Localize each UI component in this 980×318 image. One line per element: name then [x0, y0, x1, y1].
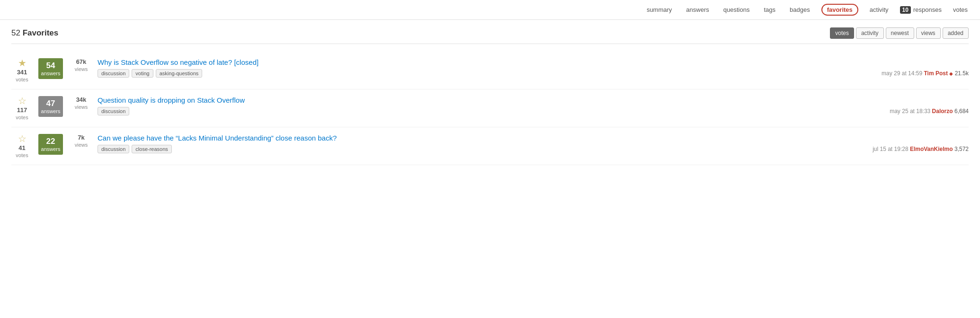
- sort-added[interactable]: added: [943, 27, 969, 39]
- views-label-2: views: [75, 104, 88, 110]
- star-icon[interactable]: ☆: [18, 134, 27, 143]
- star-icon[interactable]: ★: [18, 58, 27, 68]
- views-count-2: 34k: [76, 96, 87, 103]
- nav-votes[interactable]: votes: [950, 4, 971, 15]
- responses-count: 10: [900, 6, 911, 14]
- sort-votes[interactable]: votes: [830, 27, 854, 39]
- responses-label: responses: [913, 6, 942, 13]
- nav-summary[interactable]: summary: [644, 4, 675, 15]
- meta-user-3[interactable]: ElmoVanKielmo: [910, 146, 953, 152]
- tags-meta-3: discussion close-reasons jul 15 at 19:28…: [98, 145, 969, 153]
- question-details-1: Why is Stack Overflow so negative of lat…: [98, 58, 969, 78]
- meta-date-1: may 29 at 14:59: [882, 70, 922, 77]
- sort-activity[interactable]: activity: [856, 27, 884, 39]
- meta-rep-3: 3,572: [954, 146, 969, 152]
- tag[interactable]: asking-questions: [156, 69, 203, 78]
- vote-label-1: votes: [16, 77, 28, 82]
- meta-user-1[interactable]: Tim Post: [924, 70, 947, 77]
- meta-rep-1: 21.5k: [955, 70, 969, 77]
- views-label-3: views: [75, 142, 88, 148]
- tags-3: discussion close-reasons: [98, 145, 172, 153]
- sort-tabs: votes activity newest views added: [830, 27, 969, 39]
- views-block-1: 67k views: [71, 58, 92, 72]
- sort-newest[interactable]: newest: [886, 27, 914, 39]
- tags-2: discussion: [98, 107, 129, 115]
- nav-questions[interactable]: questions: [721, 4, 753, 15]
- answers-count-1: 54: [40, 61, 61, 71]
- answers-count-2: 47: [40, 99, 61, 108]
- meta-date-2: may 25 at 18:33: [890, 108, 930, 115]
- tags-1: discussion voting asking-questions: [98, 69, 202, 78]
- table-row: ★ 341 votes 54 answers 67k views Why is …: [11, 52, 969, 89]
- nav-tags[interactable]: tags: [761, 4, 778, 15]
- answers-box-2: 47 answers: [38, 96, 63, 117]
- tag[interactable]: discussion: [98, 145, 129, 153]
- answers-label-1: answers: [40, 71, 61, 76]
- table-row: ☆ 117 votes 47 answers 34k views Questio…: [11, 89, 969, 127]
- answers-box-3: 22 answers: [38, 134, 63, 155]
- answers-count-3: 22: [40, 137, 61, 146]
- favorites-title: 52 Favorites: [11, 28, 58, 38]
- question-title-2[interactable]: Question quality is dropping on Stack Ov…: [98, 96, 969, 104]
- star-votes-3: ☆ 41 votes: [11, 134, 33, 158]
- nav-badges[interactable]: badges: [787, 4, 813, 15]
- meta-date-3: jul 15 at 19:28: [873, 146, 908, 152]
- vote-label-2: votes: [16, 115, 28, 120]
- star-icon[interactable]: ☆: [18, 96, 27, 106]
- question-title-3[interactable]: Can we please have the “Lacks Minimal Un…: [98, 134, 969, 142]
- vote-count-1: 341: [17, 69, 27, 76]
- nav-favorites[interactable]: favorites: [821, 4, 858, 16]
- nav-answers[interactable]: answers: [683, 4, 712, 15]
- views-label-1: views: [75, 66, 88, 72]
- question-details-2: Question quality is dropping on Stack Ov…: [98, 96, 969, 115]
- views-count-3: 7k: [78, 134, 84, 141]
- meta-info-1: may 29 at 14:59 Tim Post ◆ 21.5k: [882, 70, 969, 77]
- nav-activity[interactable]: activity: [867, 4, 891, 15]
- tag[interactable]: discussion: [98, 107, 129, 115]
- vote-count-2: 117: [17, 106, 27, 114]
- nav-responses[interactable]: 10 responses: [900, 6, 942, 14]
- answers-label-2: answers: [40, 108, 61, 114]
- views-count-1: 67k: [76, 58, 87, 65]
- favorites-header: 52 Favorites votes activity newest views…: [11, 27, 969, 44]
- vote-count-3: 41: [18, 144, 25, 151]
- views-block-2: 34k views: [71, 96, 92, 110]
- sort-views[interactable]: views: [916, 27, 941, 39]
- tags-meta-1: discussion voting asking-questions may 2…: [98, 69, 969, 78]
- top-nav: summary answers questions tags badges fa…: [0, 0, 980, 20]
- favorites-title-label: Favorites: [23, 28, 59, 37]
- answers-box-1: 54 answers: [38, 58, 63, 79]
- vote-label-3: votes: [16, 152, 28, 158]
- diamond-icon-1: ◆: [949, 71, 953, 76]
- answers-label-3: answers: [40, 146, 61, 152]
- question-title-1[interactable]: Why is Stack Overflow so negative of lat…: [98, 58, 969, 66]
- meta-info-3: jul 15 at 19:28 ElmoVanKielmo 3,572: [873, 146, 969, 152]
- main-content: 52 Favorites votes activity newest views…: [0, 20, 980, 173]
- table-row: ☆ 41 votes 22 answers 7k views Can we pl…: [11, 127, 969, 165]
- favorites-count: 52: [11, 28, 20, 37]
- tag[interactable]: discussion: [98, 69, 129, 78]
- tag[interactable]: voting: [132, 69, 153, 78]
- star-votes-2: ☆ 117 votes: [11, 96, 33, 120]
- question-details-3: Can we please have the “Lacks Minimal Un…: [98, 134, 969, 153]
- questions-list: ★ 341 votes 54 answers 67k views Why is …: [11, 52, 969, 165]
- meta-rep-2: 6,684: [954, 108, 969, 115]
- tag[interactable]: close-reasons: [132, 145, 171, 153]
- star-votes-1: ★ 341 votes: [11, 58, 33, 82]
- meta-user-2[interactable]: Dalorzo: [932, 108, 953, 115]
- tags-meta-2: discussion may 25 at 18:33 Dalorzo 6,684: [98, 107, 969, 115]
- meta-info-2: may 25 at 18:33 Dalorzo 6,684: [890, 108, 969, 115]
- views-block-3: 7k views: [71, 134, 92, 148]
